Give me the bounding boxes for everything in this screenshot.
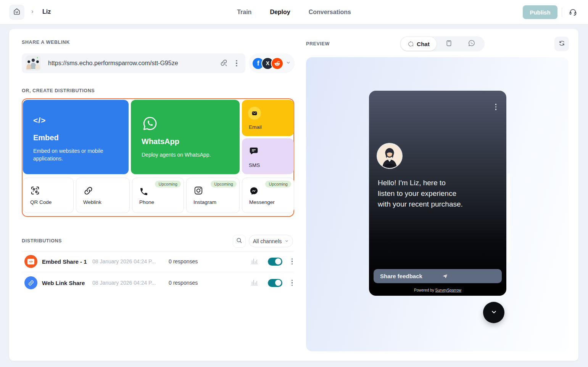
row-kebab-icon[interactable]: [292, 280, 293, 286]
distribution-date: 08 January 2026 04:24 P...: [92, 258, 169, 264]
web-link-share-icon: [24, 276, 37, 289]
messenger-upcoming-badge: Upcoming: [265, 181, 291, 188]
tab-conversations[interactable]: Conversations: [309, 9, 351, 16]
email-card[interactable]: Email: [242, 100, 294, 136]
whatsapp-card-title: WhatsApp: [142, 137, 179, 146]
embed-share-icon: </>: [24, 255, 37, 268]
preview-refresh-button[interactable]: [554, 37, 569, 51]
weblink-bar: https://sms.echo.performsparrow.com/stt-…: [22, 53, 245, 73]
chat-bubble-icon: [408, 41, 414, 47]
minimize-chat-button[interactable]: [483, 302, 504, 323]
chat-preview-window: Hello! I'm Liz, here to listen to your e…: [369, 91, 506, 296]
sms-icon: [249, 146, 259, 157]
qr-code-label: QR Code: [30, 199, 52, 205]
headset-icon: [569, 8, 577, 18]
powered-by: Powered by SurveySparrow: [369, 288, 506, 292]
distributions-title: DISTRIBUTIONS: [22, 238, 62, 244]
weblink-more-button[interactable]: [230, 57, 243, 70]
qr-code-icon: [30, 186, 40, 197]
copy-link-button[interactable]: [217, 57, 230, 70]
weblink-icon: [83, 186, 93, 197]
preview-tab-whatsapp[interactable]: [464, 36, 479, 51]
instagram-label: Instagram: [193, 199, 216, 205]
sms-card[interactable]: SMS: [242, 138, 294, 174]
distribution-date: 08 January 2026 04:24 P...: [92, 280, 169, 286]
distribution-toggle[interactable]: [268, 279, 282, 287]
tab-train[interactable]: Train: [237, 9, 251, 16]
copy-link-icon: [220, 59, 228, 68]
channel-filter-dropdown[interactable]: All channels: [249, 235, 293, 247]
code-icon: </>: [33, 116, 46, 125]
publish-button[interactable]: Publish: [523, 5, 557, 19]
whatsapp-card[interactable]: WhatsApp Deploy agents on WhatsApp.: [131, 100, 240, 174]
main-nav: Train Deploy Conversations: [0, 0, 588, 24]
weblink-label: Weblink: [83, 199, 101, 205]
support-button[interactable]: [568, 8, 578, 18]
phone-upcoming-badge: Upcoming: [155, 181, 181, 188]
social-more-chevron-icon[interactable]: [286, 60, 291, 67]
messenger-icon: [249, 186, 259, 197]
preview-tab-chat-label: Chat: [417, 41, 429, 47]
preview-title: PREVIEW: [306, 41, 330, 46]
instagram-upcoming-badge: Upcoming: [211, 181, 237, 188]
breadcrumb-separator-icon: ›: [31, 8, 34, 15]
chat-menu-icon[interactable]: [495, 104, 497, 110]
distribution-responses: 0 responses: [169, 280, 211, 286]
instagram-icon: [193, 186, 203, 197]
topbar: › Liz Train Deploy Conversations Publish: [0, 0, 588, 24]
weblink-url[interactable]: https://sms.echo.performsparrow.com/stt-…: [48, 60, 217, 67]
topbar-divider: [562, 8, 562, 17]
home-icon: [13, 7, 21, 17]
distribution-toggle[interactable]: [268, 258, 282, 266]
analytics-icon[interactable]: [250, 278, 259, 287]
instagram-card[interactable]: Upcoming Instagram: [186, 178, 240, 213]
phone-icon: [139, 187, 148, 198]
embed-card-description: Embed on websites or mobile applications…: [33, 147, 115, 162]
messenger-card[interactable]: Upcoming Messenger: [242, 178, 294, 213]
email-card-label: Email: [249, 124, 262, 130]
distribution-row-web-link-share[interactable]: Web Link Share 08 January 2026 04:24 P..…: [22, 273, 294, 293]
embed-card[interactable]: </> Embed Embed on websites or mobile ap…: [23, 100, 129, 174]
kebab-icon: [236, 60, 237, 67]
row-kebab-icon[interactable]: [292, 258, 293, 265]
weblink-thumbnail: [26, 56, 41, 71]
search-icon: [236, 237, 243, 245]
distribution-name: Embed Share - 1: [42, 258, 88, 265]
preview-scrollbar[interactable]: [507, 173, 510, 263]
preview-tab-chat[interactable]: Chat: [401, 37, 437, 51]
surveysparrow-link[interactable]: SurveySparrow: [435, 288, 461, 292]
breadcrumb: Liz: [42, 8, 51, 15]
home-button[interactable]: [9, 5, 24, 20]
analytics-icon[interactable]: [250, 257, 259, 266]
weblink-card[interactable]: Weblink: [76, 178, 130, 213]
reddit-share-icon[interactable]: [271, 57, 284, 70]
email-icon: [248, 107, 261, 120]
create-distributions-title: OR, CREATE DISTRIBUTIONS: [22, 88, 95, 93]
preview-tab-mobile[interactable]: [441, 36, 456, 51]
tab-deploy[interactable]: Deploy: [270, 9, 290, 16]
chevron-down-icon: [490, 308, 498, 317]
mobile-icon: [445, 40, 453, 48]
distribution-name: Web Link Share: [42, 280, 88, 286]
whatsapp-outline-icon: [468, 39, 475, 48]
chat-input-label: Share feedback: [380, 273, 435, 279]
share-weblink-title: SHARE A WEBLINK: [22, 40, 70, 45]
distribution-responses: 0 responses: [169, 258, 211, 264]
phone-label: Phone: [139, 199, 154, 205]
agent-greeting-message: Hello! I'm Liz, here to listen to your e…: [378, 178, 481, 210]
list-divider: [22, 272, 294, 272]
social-share-group: f X: [249, 53, 295, 73]
sms-card-label: SMS: [249, 162, 260, 168]
phone-card[interactable]: Upcoming Phone: [132, 178, 184, 213]
channel-filter-value: All channels: [253, 238, 282, 244]
agent-avatar: [377, 143, 403, 169]
chevron-down-icon: [285, 238, 289, 244]
distribution-row-embed-share[interactable]: </> Embed Share - 1 08 January 2026 04:2…: [22, 252, 294, 271]
qr-code-card[interactable]: QR Code: [23, 178, 74, 213]
whatsapp-card-description: Deploy agents on WhatsApp.: [142, 151, 229, 159]
distributions-search-button[interactable]: [233, 235, 246, 248]
whatsapp-icon: [142, 115, 158, 133]
chat-input[interactable]: Share feedback: [374, 269, 502, 283]
refresh-icon: [558, 40, 565, 48]
send-icon[interactable]: [442, 273, 497, 279]
